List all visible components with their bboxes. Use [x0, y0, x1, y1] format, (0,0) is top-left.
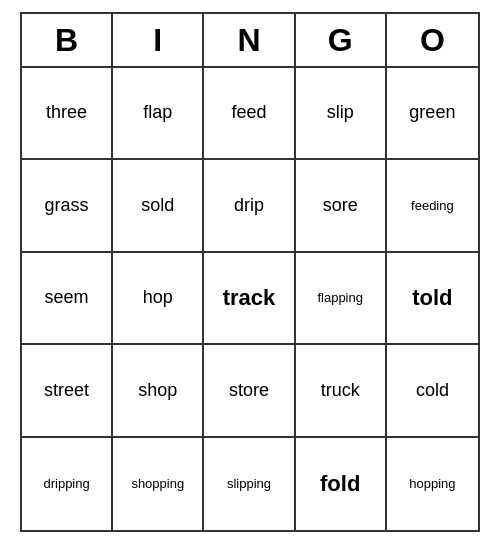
cell-word: cold [416, 380, 449, 402]
cell-word: flapping [317, 290, 363, 306]
bingo-cell: seem [22, 253, 113, 345]
bingo-cell: truck [296, 345, 387, 437]
cell-word: feed [231, 102, 266, 124]
bingo-cell: street [22, 345, 113, 437]
cell-word: street [44, 380, 89, 402]
header-letter: N [204, 14, 295, 66]
bingo-cell: store [204, 345, 295, 437]
cell-word: flap [143, 102, 172, 124]
cell-word: sore [323, 195, 358, 217]
bingo-cell: told [387, 253, 478, 345]
bingo-cell: feed [204, 68, 295, 160]
header-letter: I [113, 14, 204, 66]
bingo-board: BINGO threeflapfeedslipgreengrasssolddri… [20, 12, 480, 532]
cell-word: hopping [409, 476, 455, 492]
bingo-cell: shopping [113, 438, 204, 530]
bingo-cell: cold [387, 345, 478, 437]
cell-word: slip [327, 102, 354, 124]
bingo-cell: hop [113, 253, 204, 345]
bingo-cell: feeding [387, 160, 478, 252]
header-letter: O [387, 14, 478, 66]
cell-word: track [223, 285, 276, 311]
bingo-cell: slip [296, 68, 387, 160]
cell-word: sold [141, 195, 174, 217]
bingo-cell: green [387, 68, 478, 160]
bingo-cell: slipping [204, 438, 295, 530]
bingo-cell: sore [296, 160, 387, 252]
cell-word: seem [45, 287, 89, 309]
bingo-cell: flap [113, 68, 204, 160]
bingo-cell: dripping [22, 438, 113, 530]
bingo-cell: sold [113, 160, 204, 252]
cell-word: dripping [43, 476, 89, 492]
bingo-cell: grass [22, 160, 113, 252]
cell-word: hop [143, 287, 173, 309]
cell-word: shopping [131, 476, 184, 492]
cell-word: drip [234, 195, 264, 217]
bingo-cell: drip [204, 160, 295, 252]
cell-word: store [229, 380, 269, 402]
bingo-header: BINGO [20, 12, 480, 66]
cell-word: slipping [227, 476, 271, 492]
bingo-cell: flapping [296, 253, 387, 345]
cell-word: three [46, 102, 87, 124]
cell-word: feeding [411, 198, 454, 214]
bingo-cell: three [22, 68, 113, 160]
bingo-cell: track [204, 253, 295, 345]
bingo-grid: threeflapfeedslipgreengrasssolddripsoref… [20, 66, 480, 532]
cell-word: grass [45, 195, 89, 217]
cell-word: green [409, 102, 455, 124]
cell-word: truck [321, 380, 360, 402]
cell-word: fold [320, 471, 360, 497]
bingo-cell: shop [113, 345, 204, 437]
header-letter: B [22, 14, 113, 66]
cell-word: told [412, 285, 452, 311]
header-letter: G [296, 14, 387, 66]
cell-word: shop [138, 380, 177, 402]
bingo-cell: hopping [387, 438, 478, 530]
bingo-cell: fold [296, 438, 387, 530]
